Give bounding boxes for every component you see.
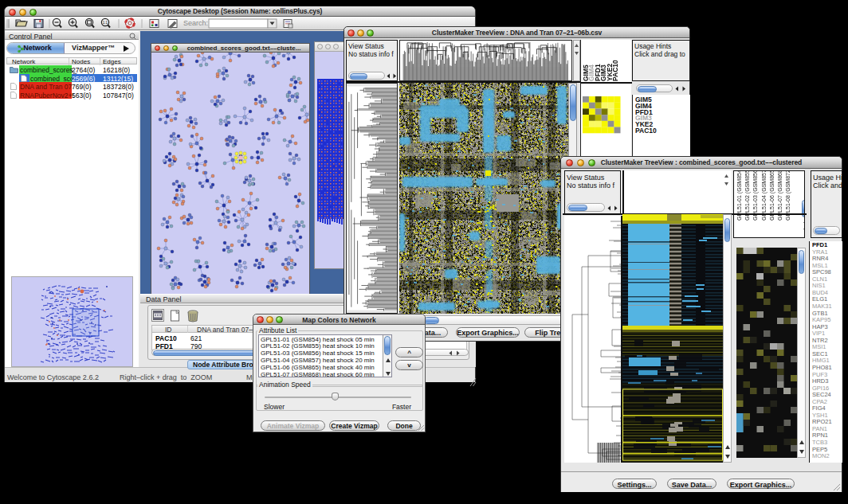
svg-text:1:1: 1:1 xyxy=(103,21,108,25)
svg-text:Search:: Search: xyxy=(183,19,208,27)
